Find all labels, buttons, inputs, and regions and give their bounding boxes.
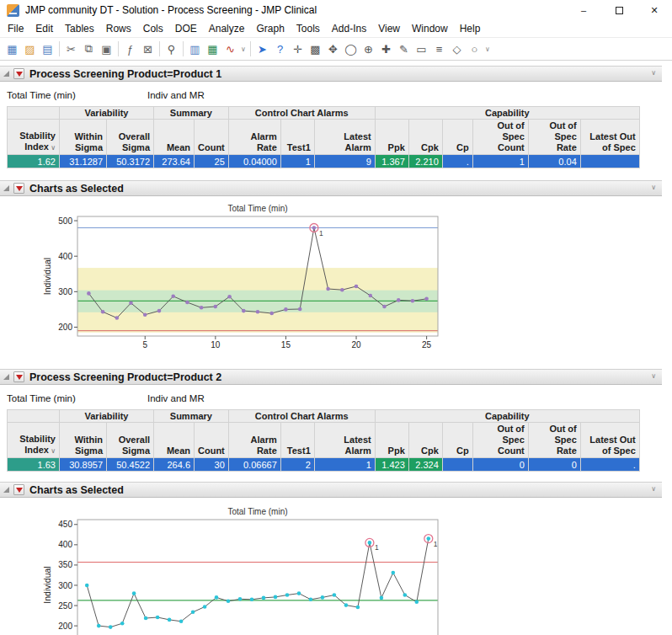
column-header-within-sigma[interactable]: Within Sigma xyxy=(60,120,107,155)
paste-icon[interactable]: ▣ xyxy=(98,40,115,58)
menu-edit[interactable]: Edit xyxy=(29,21,59,36)
column-header-ppk[interactable]: Ppk xyxy=(375,423,408,458)
cell-cpk[interactable]: 2.324 xyxy=(408,458,442,472)
annotate-tool-icon[interactable]: ▭ xyxy=(413,40,430,58)
magnifier-tool-icon[interactable]: ⊕ xyxy=(360,40,377,58)
grabber-tool-icon[interactable]: ✥ xyxy=(324,40,342,58)
cell-overall-sigma[interactable]: 50.4522 xyxy=(107,458,154,472)
cell-out-of-spec-rate[interactable]: 0.04 xyxy=(528,155,580,168)
save-icon[interactable]: ▤ xyxy=(39,40,56,58)
journal-icon[interactable]: ▥ xyxy=(186,40,204,58)
data-table-icon[interactable]: ▦ xyxy=(204,40,221,58)
column-header-latest-alarm[interactable]: Latest Alarm xyxy=(314,423,375,458)
graph-menu-chevron-icon[interactable]: ∨ xyxy=(239,40,248,58)
red-triangle-menu-button[interactable] xyxy=(13,68,24,79)
cell-latest-out-of-spec[interactable] xyxy=(580,155,639,168)
lock-icon[interactable]: ⊠ xyxy=(139,40,157,58)
individual-chart-product-2[interactable]: Total Time (min)111502002503003504004505… xyxy=(42,506,446,635)
maximize-button[interactable] xyxy=(601,0,637,20)
column-header-stability-index[interactable]: Stability Index ∨ xyxy=(8,120,60,155)
cell-ppk[interactable]: 1.423 xyxy=(375,458,408,472)
cell-out-of-spec-count[interactable]: 0 xyxy=(472,458,528,472)
cell-alarm-rate[interactable]: 0.04000 xyxy=(228,155,280,168)
cell-test1[interactable]: 1 xyxy=(280,155,314,168)
help-tool-icon[interactable]: ? xyxy=(271,40,289,58)
cell-latest-alarm[interactable]: 1 xyxy=(314,458,375,472)
graph-builder-icon[interactable]: ∿ xyxy=(221,40,239,58)
column-header-out-of-spec-rate[interactable]: Out of Spec Rate xyxy=(528,423,580,458)
menu-tools[interactable]: Tools xyxy=(291,21,326,36)
column-header-latest-out-of-spec[interactable]: Latest Out of Spec xyxy=(580,423,639,458)
disclosure-triangle-icon[interactable] xyxy=(3,487,9,493)
column-header-overall-sigma[interactable]: Overall Sigma xyxy=(107,120,154,155)
crosshair-tool-icon[interactable]: ✛ xyxy=(289,40,307,58)
new-data-table-icon[interactable]: ▦ xyxy=(3,40,21,58)
cell-ppk[interactable]: 1.367 xyxy=(375,155,408,168)
column-header-stability-index[interactable]: Stability Index ∨ xyxy=(8,423,60,458)
column-header-ppk[interactable]: Ppk xyxy=(375,120,408,155)
cell-latest-out-of-spec[interactable]: . xyxy=(580,458,639,472)
column-header-mean[interactable]: Mean xyxy=(154,423,195,458)
search-icon[interactable]: ⚲ xyxy=(163,40,180,58)
column-header-latest-alarm[interactable]: Latest Alarm xyxy=(314,120,375,155)
cell-cp[interactable] xyxy=(442,458,472,472)
menu-graph[interactable]: Graph xyxy=(250,21,290,36)
oval-tool-icon[interactable]: ○ xyxy=(466,40,483,58)
cell-test1[interactable]: 2 xyxy=(280,458,314,472)
column-header-cp[interactable]: Cp xyxy=(442,120,472,155)
menu-cols[interactable]: Cols xyxy=(137,21,169,36)
menu-analyze[interactable]: Analyze xyxy=(203,21,251,36)
cell-out-of-spec-rate[interactable]: 0 xyxy=(528,458,580,472)
toolbar-overflow-chevron-icon[interactable]: ∨ xyxy=(483,40,492,58)
cell-stability-index[interactable]: 1.62 xyxy=(8,155,60,168)
disclosure-triangle-icon[interactable] xyxy=(3,374,9,380)
script-icon[interactable]: ƒ xyxy=(121,40,139,58)
cell-stability-index[interactable]: 1.63 xyxy=(8,458,60,472)
red-triangle-menu-button[interactable] xyxy=(13,484,24,495)
column-header-within-sigma[interactable]: Within Sigma xyxy=(60,423,107,458)
table-row[interactable]: 1.6231.128750.3172273.64250.04000191.367… xyxy=(8,155,640,168)
red-triangle-menu-button[interactable] xyxy=(13,183,24,194)
cell-overall-sigma[interactable]: 50.3172 xyxy=(107,155,154,168)
brush-tool-icon[interactable]: ▩ xyxy=(307,40,324,58)
pencil-tool-icon[interactable]: ✎ xyxy=(395,40,413,58)
menu-tables[interactable]: Tables xyxy=(59,21,100,36)
open-icon[interactable]: ▨ xyxy=(21,40,39,58)
plus-tool-icon[interactable]: ✚ xyxy=(377,40,395,58)
column-header-alarm-rate[interactable]: Alarm Rate xyxy=(228,120,280,155)
cell-alarm-rate[interactable]: 0.06667 xyxy=(228,458,280,472)
cell-count[interactable]: 30 xyxy=(195,458,229,472)
column-header-count[interactable]: Count xyxy=(195,423,229,458)
red-triangle-menu-button[interactable] xyxy=(13,371,24,382)
column-header-cpk[interactable]: Cpk xyxy=(408,423,442,458)
outline-header-charts-2[interactable]: Charts as Selected ∨ xyxy=(0,482,662,498)
cell-mean[interactable]: 264.6 xyxy=(154,458,195,472)
minimize-button[interactable]: – xyxy=(566,0,601,20)
lasso-tool-icon[interactable]: ◯ xyxy=(342,40,360,58)
control-chart-product-1[interactable]: Total Time (min)1200300400500510152025In… xyxy=(42,203,672,359)
menu-view[interactable]: View xyxy=(372,21,406,36)
column-header-out-of-spec-count[interactable]: Out of Spec Count xyxy=(472,120,528,155)
column-header-mean[interactable]: Mean xyxy=(154,120,195,155)
outline-header-product-2[interactable]: Process Screening Product=Product 2 ∨ xyxy=(0,369,662,385)
arrow-tool-icon[interactable]: ➤ xyxy=(253,40,271,58)
individual-chart-product-1[interactable]: Total Time (min)1200300400500510152025In… xyxy=(42,203,446,356)
control-chart-product-2[interactable]: Total Time (min)111502002503003504004505… xyxy=(42,506,672,635)
cell-within-sigma[interactable]: 30.8957 xyxy=(60,458,107,472)
column-header-test1[interactable]: Test1 xyxy=(280,423,314,458)
menu-add-ins[interactable]: Add-Ins xyxy=(326,21,372,36)
menu-help[interactable]: Help xyxy=(454,21,487,36)
cell-cp[interactable]: . xyxy=(442,155,472,168)
cell-within-sigma[interactable]: 31.1287 xyxy=(60,155,107,168)
menu-doe[interactable]: DOE xyxy=(169,21,203,36)
lines-tool-icon[interactable]: ≡ xyxy=(430,40,448,58)
disclosure-triangle-icon[interactable] xyxy=(3,185,9,191)
outline-header-product-1[interactable]: Process Screening Product=Product 1 ∨ xyxy=(0,66,662,82)
polygon-tool-icon[interactable]: ◇ xyxy=(448,40,466,58)
disclosure-triangle-icon[interactable] xyxy=(3,71,9,77)
column-header-alarm-rate[interactable]: Alarm Rate xyxy=(228,423,280,458)
cell-out-of-spec-count[interactable]: 1 xyxy=(472,155,528,168)
column-header-count[interactable]: Count xyxy=(195,120,229,155)
menu-file[interactable]: File xyxy=(2,21,29,36)
cell-mean[interactable]: 273.64 xyxy=(154,155,195,168)
